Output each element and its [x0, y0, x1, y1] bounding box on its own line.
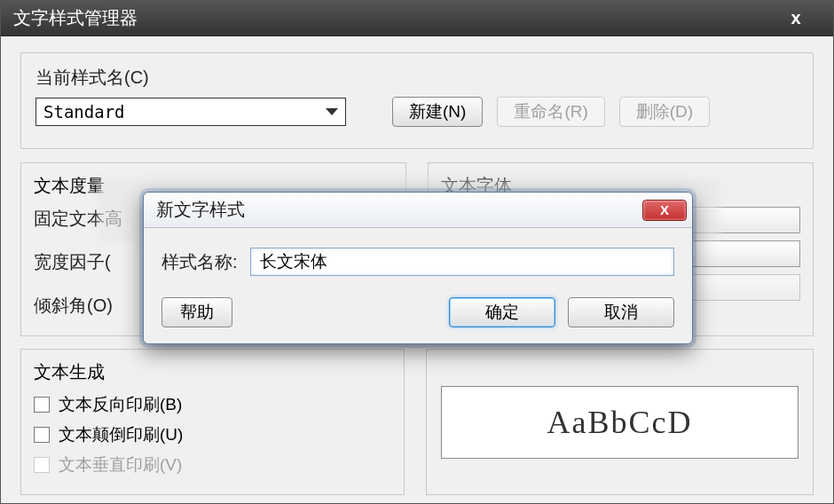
checkbox-upsidedown-row[interactable]: 文本颠倒印刷(U)	[34, 423, 391, 446]
current-style-select[interactable]: Standard	[35, 98, 346, 126]
checkbox-icon[interactable]	[34, 427, 50, 443]
main-titlebar: 文字样式管理器 x	[1, 1, 833, 36]
cancel-button[interactable]: 取消	[568, 297, 674, 327]
help-button[interactable]: 帮助	[161, 297, 232, 327]
preview-text: AaBbCcD	[547, 404, 693, 441]
checkbox-backward-label: 文本反向印刷(B)	[59, 393, 182, 416]
close-icon[interactable]: x	[764, 4, 828, 33]
dialog-close-icon[interactable]: X	[642, 200, 687, 221]
current-style-label: 当前样式名(C)	[35, 66, 799, 90]
checkbox-icon	[34, 457, 50, 473]
checkbox-vertical-label: 文本垂直印刷(V)	[59, 453, 182, 476]
checkbox-upsidedown-label: 文本颠倒印刷(U)	[59, 423, 183, 446]
chevron-down-icon	[326, 108, 338, 115]
current-style-group: 当前样式名(C) Standard 新建(N) 重命名(R) 删除(D)	[20, 52, 814, 149]
delete-button: 删除(D)	[619, 97, 710, 127]
rename-button: 重命名(R)	[497, 97, 604, 127]
text-gen-heading: 文本生成	[34, 360, 391, 384]
checkbox-backward-row[interactable]: 文本反向印刷(B)	[34, 393, 391, 416]
preview-group: AaBbCcD	[426, 349, 814, 495]
text-style-manager-window: 文字样式管理器 x 当前样式名(C) Standard 新建(N) 重命名(R)…	[0, 0, 834, 504]
current-style-value: Standard	[43, 102, 125, 122]
new-button[interactable]: 新建(N)	[392, 97, 483, 127]
preview-box: AaBbCcD	[441, 386, 799, 459]
main-window-title: 文字样式管理器	[13, 6, 138, 30]
dialog-titlebar: 新文字样式 X	[144, 193, 692, 228]
checkbox-vertical-row: 文本垂直印刷(V)	[34, 453, 391, 476]
style-name-label: 样式名称:	[161, 250, 238, 274]
text-generation-group: 文本生成 文本反向印刷(B) 文本颠倒印刷(U) 文本垂直印刷(V)	[20, 349, 405, 495]
new-text-style-dialog: 新文字样式 X 样式名称: 帮助 确定 取消	[143, 192, 693, 344]
ok-button[interactable]: 确定	[449, 297, 555, 327]
dialog-title: 新文字样式	[156, 198, 245, 222]
checkbox-icon[interactable]	[34, 397, 50, 413]
style-name-input[interactable]	[250, 248, 674, 276]
